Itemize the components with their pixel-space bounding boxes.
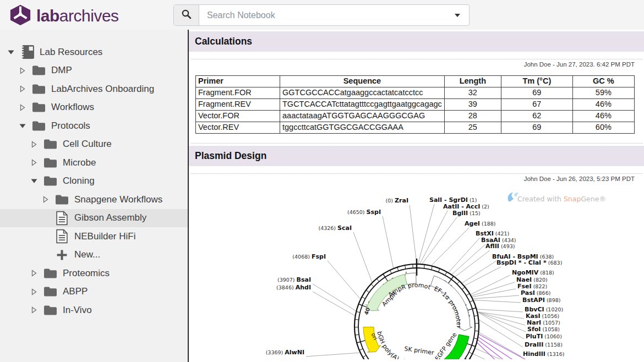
folder-icon bbox=[43, 139, 58, 150]
sidebar-item-in-vivo[interactable]: In-Vivo bbox=[0, 301, 188, 320]
sidebar-item-label: Protocols bbox=[51, 120, 90, 131]
table-header-cell: GC % bbox=[572, 76, 634, 87]
table-cell: 25 bbox=[444, 122, 501, 134]
enzyme-label: DraIII (1158) bbox=[525, 341, 563, 348]
sidebar-item-label: Cloning bbox=[63, 175, 95, 187]
table-cell: aaactataagATGGTGAGCAAGGGCGAG bbox=[280, 111, 445, 122]
table-cell: 62 bbox=[501, 111, 572, 122]
plus-icon bbox=[54, 249, 69, 261]
sidebar-item-lab-resources[interactable]: Lab Resources bbox=[0, 43, 188, 62]
collapse-arrow-icon[interactable] bbox=[7, 50, 15, 55]
table-header-cell: Tm (°C) bbox=[501, 76, 572, 87]
enzyme-label: (0) ZraI bbox=[386, 197, 408, 204]
notebook-tree: Lab ResourcesDMPLabArchives OnboardingWo… bbox=[0, 43, 188, 320]
labarchives-cube-icon bbox=[9, 3, 32, 29]
table-cell: 32 bbox=[444, 87, 501, 99]
feature-label: SK primer bbox=[404, 345, 435, 356]
enzyme-label: (4068) FspI bbox=[292, 253, 326, 260]
collapse-arrow-icon[interactable] bbox=[18, 123, 27, 129]
primer-table: PrimerSequenceLengthTm (°C)GC %Fragment.… bbox=[195, 75, 635, 134]
page-icon bbox=[54, 229, 69, 244]
sidebar-item-label: LabArchives Onboarding bbox=[51, 84, 154, 95]
table-cell: 69 bbox=[501, 122, 572, 134]
page-icon bbox=[54, 211, 69, 226]
expand-arrow-icon[interactable] bbox=[41, 196, 50, 203]
sidebar-item-dmp[interactable]: DMP bbox=[0, 62, 188, 80]
sidebar-item-label: New... bbox=[74, 249, 100, 260]
sidebar-item-label: Cell Culture bbox=[63, 139, 112, 150]
expand-arrow-icon[interactable] bbox=[18, 104, 27, 111]
enzyme-label: NgoMIV (818) bbox=[512, 269, 554, 276]
entry-title: Plasmid Design bbox=[195, 150, 266, 162]
folder-icon bbox=[31, 84, 46, 95]
enzyme-label: BstAPI (898) bbox=[522, 297, 560, 304]
sidebar-item-label: Lab Resources bbox=[40, 47, 102, 58]
chevron-down-icon bbox=[455, 14, 460, 17]
sidebar-item-gibson-assembly[interactable]: Gibson Assembly bbox=[0, 209, 188, 228]
sidebar-item-workflows[interactable]: Workflows bbox=[0, 98, 188, 117]
table-header-cell: Length bbox=[444, 76, 501, 87]
sidebar-item-label: Proteomics bbox=[63, 268, 110, 279]
table-row: Fragment.FORGGTCGCCACCatgaaggccactatcatc… bbox=[196, 87, 635, 99]
snapgene-credit-text: Created with SnapGene® bbox=[517, 195, 606, 203]
sidebar-item-protocols[interactable]: Protocols bbox=[0, 117, 188, 135]
labarchives-logo[interactable]: labarchives bbox=[9, 3, 119, 29]
folder-icon bbox=[31, 65, 46, 76]
sidebar-item-label: Snapgene Workflows bbox=[74, 194, 162, 205]
enzyme-label: AgeI (188) bbox=[465, 220, 496, 227]
plasmid-map-attachment[interactable]: 50010001500350040004500AmpR promoterEF-1… bbox=[189, 187, 644, 359]
table-cell: 46% bbox=[572, 111, 634, 122]
mcs-purple-line bbox=[477, 339, 519, 359]
expand-arrow-icon[interactable] bbox=[30, 270, 39, 277]
folder-icon bbox=[43, 175, 58, 187]
table-cell: Vector.FOR bbox=[196, 111, 280, 122]
snapgene-credit: Created with SnapGene® bbox=[508, 193, 606, 204]
page-content: Calculations John Doe - Jun 27, 2023. 6:… bbox=[188, 30, 644, 362]
enzyme-label: BglII (15) bbox=[452, 210, 481, 217]
table-row: Vector.REVtggccttcatGGTGGCGACCGGAAA25696… bbox=[196, 122, 635, 134]
table-cell: 60% bbox=[572, 122, 634, 134]
enzyme-label: PluTI (1060) bbox=[526, 333, 562, 340]
sidebar-item-proteomics[interactable]: Proteomics bbox=[0, 264, 188, 283]
entry-header-calculations[interactable]: Calculations bbox=[189, 31, 644, 52]
expand-arrow-icon[interactable] bbox=[30, 141, 39, 148]
search-input[interactable] bbox=[199, 5, 446, 25]
sidebar-item-microbe[interactable]: Microbe bbox=[0, 153, 188, 172]
expand-arrow-icon[interactable] bbox=[30, 159, 39, 166]
folder-icon bbox=[54, 194, 69, 205]
search-button[interactable] bbox=[174, 5, 199, 25]
sidebar-item-label: ABPP bbox=[63, 286, 88, 297]
enzyme-label: AflII (493) bbox=[485, 243, 515, 250]
folder-icon bbox=[43, 305, 58, 316]
expand-arrow-icon[interactable] bbox=[18, 67, 27, 74]
table-cell: GGTCGCCACCatgaaggccactatcatcctcc bbox=[280, 87, 445, 99]
table-cell: tggccttcatGGTGGCGACCGGAAA bbox=[280, 122, 445, 134]
entry-meta-timestamp: John Doe - Jun 26, 2023, 5:23 PM PDT bbox=[189, 174, 644, 184]
notebook-icon bbox=[20, 45, 35, 59]
expand-arrow-icon[interactable] bbox=[30, 288, 39, 295]
entry-separator bbox=[191, 143, 643, 144]
folder-icon bbox=[31, 102, 46, 113]
expand-arrow-icon[interactable] bbox=[30, 306, 39, 314]
sidebar-item-cell-culture[interactable]: Cell Culture bbox=[0, 135, 188, 154]
folder-icon bbox=[43, 268, 58, 279]
expand-arrow-icon[interactable] bbox=[18, 85, 27, 92]
sidebar-item-new[interactable]: New... bbox=[0, 246, 188, 265]
enzyme-label: HindIII (1316) bbox=[523, 350, 565, 358]
notebook-tree-sidebar: Lab ResourcesDMPLabArchives OnboardingWo… bbox=[0, 30, 188, 362]
sidebar-item-snapgene-workflows[interactable]: Snapgene Workflows bbox=[0, 190, 188, 209]
table-cell: TGCTCACCATcttatagtttccgagttgaatggcagagc bbox=[280, 99, 445, 111]
sidebar-item-nebuilder-hifi[interactable]: NEBuilder HiFi bbox=[0, 227, 188, 246]
entry-header-plasmid-design[interactable]: Plasmid Design bbox=[189, 146, 644, 166]
sidebar-item-abpp[interactable]: ABPP bbox=[0, 283, 188, 301]
table-row: Fragment.REVTGCTCACCATcttatagtttccgagttg… bbox=[196, 99, 635, 111]
sidebar-item-label: NEBuilder HiFi bbox=[74, 231, 135, 242]
search-icon bbox=[181, 9, 192, 21]
enzyme-label: (3907) BsaI bbox=[277, 276, 311, 283]
sidebar-item-cloning[interactable]: Cloning bbox=[0, 172, 188, 191]
enzyme-label: (4326) ScaI bbox=[318, 224, 352, 232]
sidebar-item-labarchives-onboarding[interactable]: LabArchives Onboarding bbox=[0, 80, 188, 98]
enzyme-label: PasI (866) bbox=[521, 289, 550, 297]
collapse-arrow-icon[interactable] bbox=[30, 178, 39, 184]
search-scope-dropdown[interactable] bbox=[446, 5, 469, 25]
